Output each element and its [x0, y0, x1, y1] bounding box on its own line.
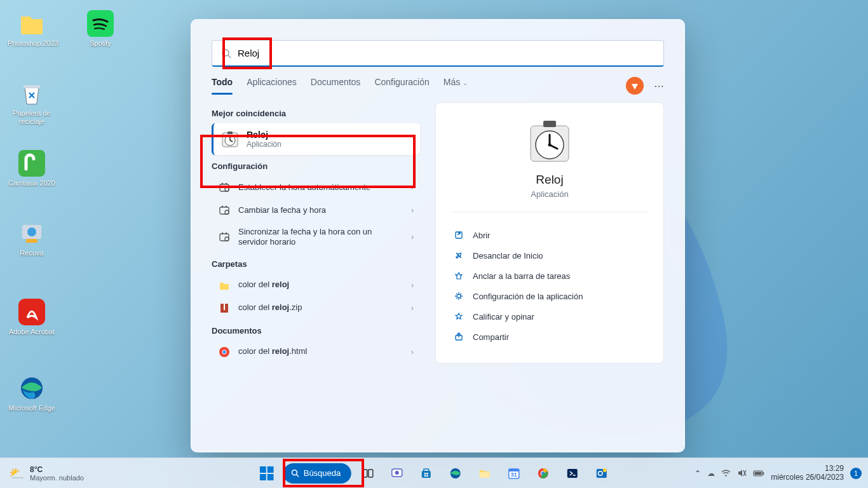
edge-icon[interactable]: [442, 461, 468, 486]
action-icon: [454, 250, 464, 261]
svg-point-18: [225, 187, 229, 191]
svg-point-26: [225, 237, 229, 241]
tab-configuracion[interactable]: Configuración: [374, 77, 429, 95]
settings-result[interactable]: Sincronizar la fecha y la hora con un se…: [212, 222, 420, 253]
svg-point-22: [225, 210, 229, 214]
svg-rect-44: [260, 474, 266, 480]
result-label: Establecer la hora automáticamente: [238, 182, 403, 193]
app-icon: [87, 10, 114, 37]
system-tray: ⌃ ☁ 13:29 miércoles 26/04/2023 1: [695, 464, 862, 482]
svg-rect-59: [479, 472, 489, 478]
search-input[interactable]: [238, 48, 654, 58]
tab-documentos[interactable]: Documentos: [311, 77, 361, 95]
chevron-right-icon: ›: [411, 233, 414, 241]
preview-action[interactable]: Desanclar de Inicio: [451, 245, 648, 266]
preview-action[interactable]: Abrir: [451, 225, 648, 245]
svg-text:31: 31: [510, 471, 517, 478]
results-column: Mejor coincidencia Reloj Aplicación Conf…: [212, 102, 420, 363]
chrome-icon[interactable]: [530, 461, 555, 486]
action-icon: [454, 230, 464, 240]
desktop-icon[interactable]: Papelera de reciclaje: [8, 80, 56, 126]
svg-rect-49: [368, 470, 372, 477]
svg-line-47: [296, 474, 299, 477]
settings-result[interactable]: Establecer la hora automáticamente›: [212, 176, 420, 199]
search-pill-label: Búsqueda: [304, 468, 341, 478]
start-search-panel: Todo Aplicaciones Documentos Configuraci…: [191, 19, 685, 452]
section-best-match: Mejor coincidencia: [212, 109, 420, 118]
tray-chevron-icon[interactable]: ⌃: [695, 469, 701, 478]
icon-label: Spotify: [76, 39, 125, 48]
taskbar-clock[interactable]: 13:29 miércoles 26/04/2023: [771, 464, 844, 482]
best-match-result[interactable]: Reloj Aplicación: [212, 123, 420, 155]
preview-action[interactable]: Configuración de la aplicación: [451, 286, 648, 306]
battery-icon[interactable]: [753, 470, 764, 477]
onedrive-icon[interactable]: ☁: [707, 469, 715, 478]
svg-rect-76: [763, 472, 764, 475]
svg-point-8: [222, 50, 229, 56]
best-match-title: Reloj: [247, 130, 281, 140]
svg-rect-1: [24, 85, 40, 88]
svg-rect-37: [543, 121, 556, 127]
preview-pane: Reloj Aplicación AbrirDesanclar de Inici…: [435, 102, 664, 363]
svg-point-46: [292, 470, 297, 475]
desktop-icon[interactable]: Adobe Acrobat: [8, 299, 56, 336]
task-view-icon[interactable]: [355, 461, 380, 486]
result-label: color del reloj.html: [238, 346, 403, 356]
desktop-icon[interactable]: Camtasia 2020: [8, 150, 56, 187]
chevron-down-icon: ⌄: [463, 79, 468, 86]
tab-aplicaciones[interactable]: Aplicaciones: [247, 77, 297, 95]
app-icon: [18, 220, 45, 247]
calendar-icon[interactable]: 31: [501, 461, 526, 486]
desktop-icon[interactable]: Photoshop.2023: [8, 10, 56, 48]
volume-icon[interactable]: [737, 468, 747, 478]
preview-action[interactable]: Compartir: [451, 327, 648, 347]
desktop-icon[interactable]: Microsoft Edge: [8, 375, 56, 412]
weather-widget[interactable]: ⛅ 8°C Mayorm. nublado: [0, 465, 84, 482]
preview-action[interactable]: Calificar y opinar: [451, 306, 648, 327]
search-tabs: Todo Aplicaciones Documentos Configuraci…: [191, 67, 684, 95]
store-icon[interactable]: [413, 461, 438, 486]
action-label: Configuración de la aplicación: [473, 292, 583, 301]
weather-icon: ⛅: [9, 466, 25, 481]
svg-point-71: [602, 468, 606, 472]
wifi-icon[interactable]: [721, 468, 731, 478]
weather-desc: Mayorm. nublado: [30, 474, 84, 482]
folder-result[interactable]: color del reloj›: [212, 274, 420, 297]
preview-action[interactable]: Anclar a la barra de tareas: [451, 266, 648, 286]
svg-point-20: [222, 206, 223, 207]
notification-badge[interactable]: 1: [850, 468, 862, 479]
folder-icon: [218, 279, 231, 292]
chat-icon[interactable]: [384, 461, 409, 486]
account-badge[interactable]: [626, 77, 644, 95]
zip-icon: [218, 302, 231, 315]
settings-result[interactable]: Cambiar la fecha y hora›: [212, 199, 420, 222]
taskbar: ⛅ 8°C Mayorm. nublado Búsqueda 31 ⌃ ☁: [0, 458, 868, 488]
document-result[interactable]: color del reloj.html›: [212, 341, 420, 363]
settings-icon: [218, 204, 231, 217]
section-configuracion: Configuración: [212, 161, 420, 171]
svg-point-4: [27, 227, 36, 236]
action-label: Abrir: [473, 231, 490, 240]
start-button[interactable]: [254, 461, 280, 486]
preview-title: Reloj: [451, 173, 648, 187]
powershell-icon[interactable]: [559, 461, 585, 486]
section-carpetas: Carpetas: [212, 259, 420, 269]
clock-app-icon: [221, 130, 239, 148]
tab-mas[interactable]: Más ⌄: [444, 77, 468, 95]
more-options-icon[interactable]: ⋯: [654, 80, 664, 92]
tab-todo[interactable]: Todo: [212, 77, 233, 95]
svg-rect-48: [362, 470, 367, 477]
action-label: Anclar a la barra de tareas: [473, 271, 570, 281]
folder-result[interactable]: color del reloj.zip›: [212, 297, 420, 320]
app-icon: [18, 299, 45, 325]
app-icon: [18, 80, 45, 107]
search-box[interactable]: [212, 40, 664, 67]
svg-rect-14: [227, 132, 233, 134]
svg-point-40: [457, 294, 461, 298]
outlook-icon[interactable]: [588, 461, 614, 486]
svg-rect-28: [224, 304, 225, 310]
desktop-icon[interactable]: Recuva: [8, 220, 56, 257]
taskbar-search-pill[interactable]: Búsqueda: [283, 463, 351, 484]
explorer-icon[interactable]: [471, 461, 497, 486]
desktop-icon[interactable]: Spotify: [76, 10, 125, 48]
